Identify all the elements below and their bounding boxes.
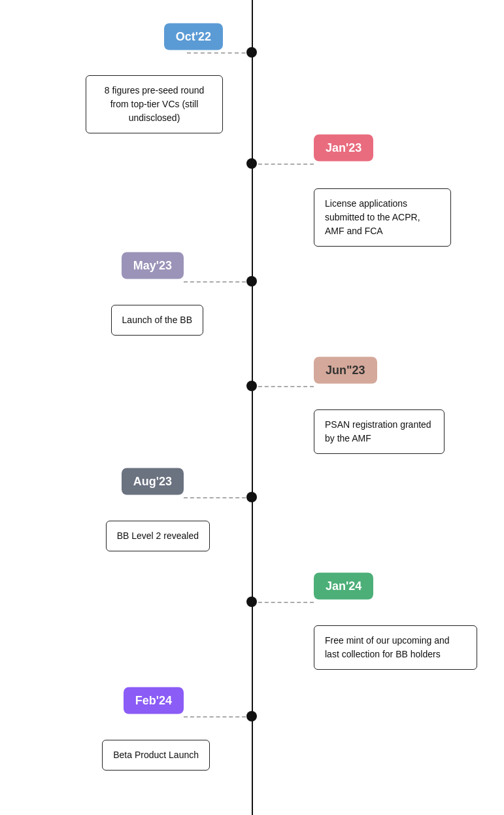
content-box-oct22: 8 figures pre-seed round from top-tier V… — [86, 75, 223, 133]
date-badge-jun23: Jun"23 — [314, 357, 377, 384]
date-badge-aug23: Aug'23 — [122, 468, 184, 495]
dot-oct22 — [246, 47, 257, 58]
connector-jan23 — [252, 164, 314, 165]
date-badge-feb24: Feb'24 — [124, 687, 184, 714]
connector-oct22 — [187, 52, 252, 54]
content-box-aug23: BB Level 2 revealed — [106, 521, 210, 551]
connector-aug23 — [184, 497, 252, 498]
dot-aug23 — [246, 492, 257, 502]
content-box-jan24: Free mint of our upcoming and last colle… — [314, 625, 477, 670]
date-badge-jan23: Jan'23 — [314, 135, 373, 162]
dot-jan23 — [246, 158, 257, 169]
section-white: Oct'22 8 figures pre-seed round from top… — [0, 0, 504, 815]
date-badge-jan24: Jan'24 — [314, 573, 373, 600]
content-box-jun23: PSAN registration granted by the AMF — [314, 409, 445, 454]
connector-jan24 — [252, 602, 314, 603]
dot-may23 — [246, 276, 257, 286]
timeline-line-white — [252, 0, 253, 815]
dot-jun23 — [246, 381, 257, 391]
connector-jun23 — [252, 386, 314, 387]
content-box-may23: Launch of the BB — [111, 305, 203, 336]
content-box-jan23: License applications submitted to the AC… — [314, 188, 451, 247]
date-badge-oct22: Oct'22 — [164, 24, 223, 50]
timeline-wrapper: Oct'22 8 figures pre-seed round from top… — [0, 0, 504, 815]
dot-feb24 — [246, 711, 257, 721]
dot-jan24 — [246, 597, 257, 607]
date-badge-may23: May'23 — [122, 252, 184, 279]
connector-feb24 — [184, 716, 252, 718]
connector-may23 — [184, 281, 252, 283]
content-box-feb24: Beta Product Launch — [102, 740, 210, 771]
